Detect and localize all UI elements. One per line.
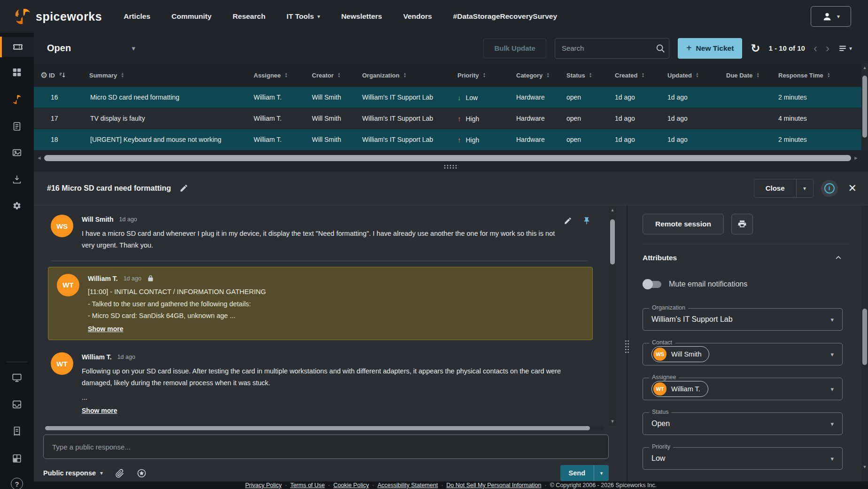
close-ticket-button[interactable]: Close xyxy=(754,179,796,197)
chevron-down-icon: ▾ xyxy=(830,386,834,393)
detail-splitter xyxy=(625,205,629,481)
sidebar-item-inbox[interactable] xyxy=(0,394,34,415)
ticket-row-16[interactable]: 16 Micro SD card need formatting William… xyxy=(34,87,861,108)
sort-icon: ▲▼ xyxy=(589,72,592,78)
window-grid-icon xyxy=(12,453,22,464)
sidebar-item-knowledge-base[interactable] xyxy=(0,116,34,137)
search-icon[interactable] xyxy=(655,43,666,54)
sidebar-item-spiceworks[interactable] xyxy=(0,89,34,110)
organization-field[interactable]: Organization William's IT Support Lab ▾ xyxy=(643,308,843,331)
sidebar-item-downloads[interactable] xyxy=(0,169,34,190)
footer-link-cookie[interactable]: Cookie Policy xyxy=(333,482,369,489)
message-ellipsis: ... xyxy=(82,392,593,404)
ticket-attributes-panel: Remote session Attributes Mute email not… xyxy=(630,205,861,481)
list-view-menu-button[interactable]: ▾ xyxy=(838,44,852,53)
column-header-organization[interactable]: Organization▲▼ xyxy=(361,72,457,79)
response-visibility-selector[interactable]: Public response ▾ xyxy=(43,469,103,477)
remote-session-button[interactable]: Remote session xyxy=(643,214,724,234)
column-header-status[interactable]: Status▲▼ xyxy=(566,72,614,79)
ticket-row-17[interactable]: 17 TV display is faulty William T. Will … xyxy=(34,108,861,129)
pane-resize-handle[interactable] xyxy=(443,164,458,169)
new-ticket-button[interactable]: + New Ticket xyxy=(678,38,742,59)
avatar: WS xyxy=(653,348,666,361)
footer-link-terms[interactable]: Terms of Use xyxy=(290,482,325,489)
close-options-button[interactable]: ▾ xyxy=(796,179,813,197)
column-header-created[interactable]: Created▲▼ xyxy=(614,72,666,79)
nav-item-vendors[interactable]: Vendors xyxy=(403,12,432,21)
avatar: WS xyxy=(51,215,73,237)
page-vertical-scrollbar[interactable]: ▼ xyxy=(861,205,868,481)
priority-field[interactable]: Priority Low ▾ xyxy=(643,447,843,470)
search-input[interactable] xyxy=(562,44,655,52)
footer-link-privacy[interactable]: Privacy Policy xyxy=(245,482,282,489)
ticket-row-18[interactable]: 18 [URGENT] Keyboard and mouse not worki… xyxy=(34,129,861,150)
sidebar-item-dashboard[interactable] xyxy=(0,62,34,83)
show-more-link[interactable]: Show more xyxy=(88,325,123,333)
next-page-icon[interactable]: › xyxy=(826,43,829,54)
send-options-button[interactable]: ▾ xyxy=(594,465,609,481)
user-menu-button[interactable]: ▾ xyxy=(811,6,851,27)
edit-title-icon[interactable] xyxy=(179,184,188,193)
sidebar-item-tickets[interactable] xyxy=(0,37,34,57)
sidebar-item-settings[interactable] xyxy=(0,195,34,216)
close-pane-icon[interactable]: ✕ xyxy=(848,182,857,194)
show-more-link[interactable]: Show more xyxy=(82,407,117,414)
bulk-update-button[interactable]: Bulk Update xyxy=(483,39,546,58)
column-header-summary[interactable]: Summary▲▼ xyxy=(78,72,253,79)
edit-message-icon[interactable] xyxy=(564,217,572,225)
person-icon xyxy=(822,11,832,22)
column-header-due-date[interactable]: Due Date▲▼ xyxy=(725,72,777,79)
nav-item-community[interactable]: Community xyxy=(171,12,211,21)
nav-item-newsletters[interactable]: Newsletters xyxy=(341,12,382,21)
thread-horizontal-scrollbar[interactable] xyxy=(44,425,604,431)
attributes-section-header[interactable]: Attributes xyxy=(643,254,843,262)
spiceworks-logo[interactable]: spiceworks xyxy=(14,8,102,25)
message-text: I have a micro SD card and whenever I pl… xyxy=(82,228,593,251)
assignee-field[interactable]: Assignee WT William T. ▾ xyxy=(643,378,843,400)
column-header-id[interactable]: ID xyxy=(48,71,78,79)
view-label: Open xyxy=(47,43,71,54)
column-header-assignee[interactable]: Assignee▲▼ xyxy=(253,72,311,79)
pin-message-icon[interactable] xyxy=(582,217,591,225)
chevron-down-icon: ▾ xyxy=(830,455,834,462)
status-field[interactable]: Status Open ▾ xyxy=(643,412,843,435)
sidebar-item-apps[interactable] xyxy=(0,448,34,469)
footer-link-do-not-sell[interactable]: Do Not Sell My Personal Information xyxy=(446,482,541,489)
column-header-updated[interactable]: Updated▲▼ xyxy=(666,72,725,79)
column-settings-button[interactable]: ⚙ xyxy=(34,70,48,80)
contact-field[interactable]: Contact WS Will Smith ▾ xyxy=(643,343,843,365)
sidebar-item-reports[interactable] xyxy=(0,142,34,163)
send-button[interactable]: Send xyxy=(560,465,594,481)
canned-response-icon[interactable] xyxy=(137,468,147,478)
nav-item-survey[interactable]: #DataStorageRecoverySurvey xyxy=(453,12,557,21)
column-header-creator[interactable]: Creator▲▼ xyxy=(311,72,361,79)
collapse-section-icon[interactable] xyxy=(834,254,843,262)
panel-resize-handle[interactable] xyxy=(625,340,629,354)
toggle-off[interactable] xyxy=(643,281,661,288)
ticket-view-selector[interactable]: Open ▾ xyxy=(47,43,135,54)
table-vertical-scrollbar[interactable]: ▲ xyxy=(861,63,868,150)
refresh-icon[interactable]: ↻ xyxy=(751,43,760,54)
column-header-response-time[interactable]: Response Time▲▼ xyxy=(777,72,861,79)
sidebar-item-billing[interactable] xyxy=(0,421,34,442)
column-header-category[interactable]: Category▲▼ xyxy=(515,72,566,79)
horizontal-scrollbar[interactable]: ◄ ► xyxy=(37,154,859,162)
thread-vertical-scrollbar[interactable]: ▲ ▼ xyxy=(609,205,616,426)
nav-item-articles[interactable]: Articles xyxy=(124,12,150,21)
mute-email-toggle-row[interactable]: Mute email notifications xyxy=(643,280,843,288)
nav-item-it-tools[interactable]: IT Tools▾ xyxy=(287,12,320,21)
sidebar-item-devices[interactable] xyxy=(0,367,34,388)
attributes-title: Attributes xyxy=(643,254,677,262)
prev-page-icon[interactable]: ‹ xyxy=(814,43,817,54)
ticket-info-button[interactable]: i xyxy=(821,180,838,197)
attachment-icon[interactable] xyxy=(115,468,124,478)
footer-link-accessibility[interactable]: Accessibility Statement xyxy=(378,482,438,489)
scroll-left-icon: ◄ xyxy=(37,155,44,161)
column-header-priority[interactable]: Priority▲▼ xyxy=(457,72,515,79)
sidebar-item-help[interactable]: ? xyxy=(0,473,34,489)
close-ticket-split-button: Close ▾ xyxy=(754,179,814,198)
nav-item-research[interactable]: Research xyxy=(232,12,265,21)
public-response-input[interactable] xyxy=(43,435,609,459)
print-button[interactable] xyxy=(731,214,753,234)
ticket-icon xyxy=(13,42,23,52)
